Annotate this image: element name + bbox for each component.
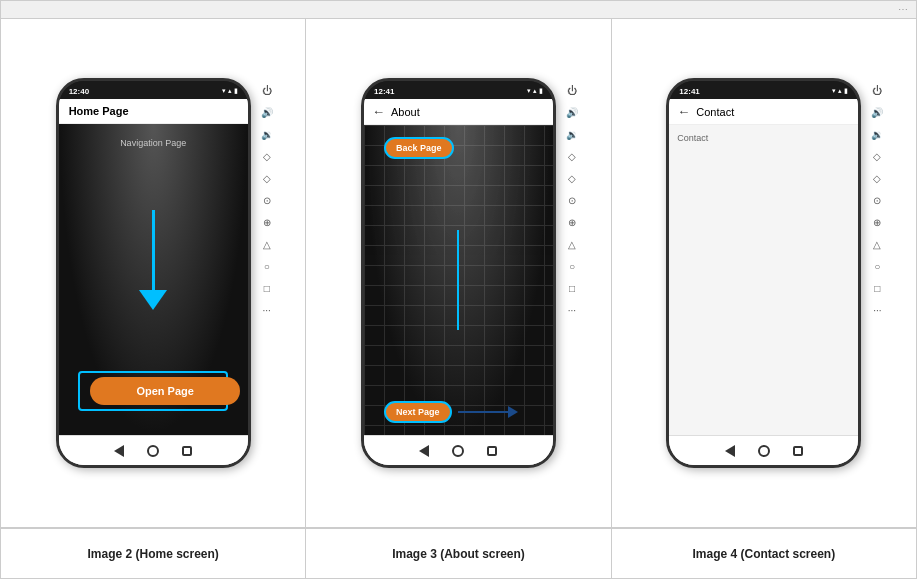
- about-back-nav[interactable]: [417, 444, 431, 458]
- about-screen: ← About Back Page: [364, 99, 553, 465]
- contact-screen: ← Contact Contact: [669, 99, 858, 465]
- about-diamond2-icon[interactable]: ◇: [564, 170, 580, 186]
- contact-more-icon[interactable]: ···: [869, 302, 885, 318]
- about-bottom-section: Next Page: [374, 401, 543, 423]
- contact-signal-icon: ▾: [832, 87, 836, 95]
- about-content: Back Page Next Page: [364, 125, 553, 435]
- contact-camera-icon[interactable]: ⊙: [869, 192, 885, 208]
- contact-time: 12:41: [679, 87, 699, 96]
- contact-square-icon[interactable]: □: [869, 280, 885, 296]
- home-arrow-line: [152, 210, 155, 290]
- home-zoom-icon[interactable]: ⊕: [259, 214, 275, 230]
- about-zoom-icon[interactable]: ⊕: [564, 214, 580, 230]
- contact-vol-up-icon[interactable]: 🔊: [869, 104, 885, 120]
- about-triangle-icon[interactable]: △: [564, 236, 580, 252]
- home-vol-down-icon[interactable]: 🔉: [259, 126, 275, 142]
- home-phone-frame: 12:40 ▾ ▴ ▮ Home Page: [56, 78, 251, 468]
- contact-content-text: Contact: [677, 133, 708, 143]
- home-signal-icon: ▾: [222, 87, 226, 95]
- home-open-page-button[interactable]: Open Page: [90, 377, 240, 405]
- contact-recents-nav[interactable]: [791, 444, 805, 458]
- contact-circle-icon[interactable]: ○: [869, 258, 885, 274]
- about-phone-frame: 12:41 ▾ ▴ ▮ ← About: [361, 78, 556, 468]
- about-time: 12:41: [374, 87, 394, 96]
- contact-diamond1-icon[interactable]: ◇: [869, 148, 885, 164]
- about-status-bar: 12:41 ▾ ▴ ▮: [364, 81, 553, 99]
- home-more-icon[interactable]: ···: [259, 302, 275, 318]
- about-vol-down-icon[interactable]: 🔉: [564, 126, 580, 142]
- contact-phone-frame: 12:41 ▾ ▴ ▮ ← Contact: [666, 78, 861, 468]
- about-panel: 12:41 ▾ ▴ ▮ ← About: [306, 19, 611, 527]
- about-right-toolbar: ⏻ 🔊 🔉 ◇ ◇ ⊙ ⊕ △ ○ □ ···: [560, 78, 584, 318]
- home-camera-icon[interactable]: ⊙: [259, 192, 275, 208]
- home-recents-nav[interactable]: [180, 444, 194, 458]
- caption-row: Image 2 (Home screen) Image 3 (About scr…: [1, 528, 916, 578]
- home-appbar: Home Page: [59, 99, 248, 124]
- home-triangle-icon[interactable]: △: [259, 236, 275, 252]
- about-nav-bar: [364, 435, 553, 465]
- contact-back-nav[interactable]: [723, 444, 737, 458]
- about-next-page-button[interactable]: Next Page: [384, 401, 452, 423]
- contact-battery-icon: ▮: [844, 87, 848, 95]
- home-status-bar: 12:40 ▾ ▴ ▮: [59, 81, 248, 99]
- home-open-btn-outline: Open Page: [78, 371, 228, 411]
- contact-back-arrow-icon[interactable]: ←: [677, 104, 690, 119]
- contact-zoom-icon[interactable]: ⊕: [869, 214, 885, 230]
- home-vol-up-icon[interactable]: 🔊: [259, 104, 275, 120]
- contact-appbar-title: Contact: [696, 106, 734, 118]
- about-more-icon[interactable]: ···: [564, 302, 580, 318]
- caption-home: Image 2 (Home screen): [1, 529, 306, 578]
- home-panel: 12:40 ▾ ▴ ▮ Home Page: [1, 19, 306, 527]
- top-bar: ⋯: [1, 1, 916, 19]
- about-battery-icon: ▮: [539, 87, 543, 95]
- home-arrow-container: [139, 148, 167, 371]
- about-vol-up-icon[interactable]: 🔊: [564, 104, 580, 120]
- about-home-nav[interactable]: [451, 444, 465, 458]
- about-appbar: ← About: [364, 99, 553, 125]
- home-screen: Home Page Navigation Page: [59, 99, 248, 465]
- home-back-nav[interactable]: [112, 444, 126, 458]
- about-status-icons: ▾ ▴ ▮: [527, 87, 543, 95]
- home-wifi-icon: ▴: [228, 87, 232, 95]
- about-wifi-icon: ▴: [533, 87, 537, 95]
- contact-diamond2-icon[interactable]: ◇: [869, 170, 885, 186]
- contact-vol-down-icon[interactable]: 🔉: [869, 126, 885, 142]
- contact-wifi-icon: ▴: [838, 87, 842, 95]
- about-circle-icon[interactable]: ○: [564, 258, 580, 274]
- about-square-icon[interactable]: □: [564, 280, 580, 296]
- about-diamond1-icon[interactable]: ◇: [564, 148, 580, 164]
- contact-status-bar: 12:41 ▾ ▴ ▮: [669, 81, 858, 99]
- about-arrow-line: [458, 411, 508, 413]
- home-right-toolbar: ⏻ 🔊 🔉 ◇ ◇ ⊙ ⊕ △ ○ □ ···: [255, 78, 279, 318]
- about-arrow-head: [508, 406, 518, 418]
- about-recents-nav[interactable]: [485, 444, 499, 458]
- home-home-nav[interactable]: [146, 444, 160, 458]
- contact-right-toolbar: ⏻ 🔊 🔉 ◇ ◇ ⊙ ⊕ △ ○ □ ···: [865, 78, 889, 318]
- about-power-icon[interactable]: ⏻: [564, 82, 580, 98]
- contact-home-nav[interactable]: [757, 444, 771, 458]
- home-content: Navigation Page: [59, 124, 248, 435]
- about-camera-icon[interactable]: ⊙: [564, 192, 580, 208]
- contact-nav-bar: [669, 435, 858, 465]
- home-square-icon[interactable]: □: [259, 280, 275, 296]
- about-line: [457, 230, 459, 330]
- contact-panel: 12:41 ▾ ▴ ▮ ← Contact: [612, 19, 916, 527]
- contact-status-icons: ▾ ▴ ▮: [832, 87, 848, 95]
- screens-row: 12:40 ▾ ▴ ▮ Home Page: [1, 19, 916, 528]
- about-signal-icon: ▾: [527, 87, 531, 95]
- contact-appbar: ← Contact: [669, 99, 858, 125]
- about-appbar-title: About: [391, 106, 420, 118]
- contact-triangle-icon[interactable]: △: [869, 236, 885, 252]
- home-status-icons: ▾ ▴ ▮: [222, 87, 238, 95]
- home-nav-text: Navigation Page: [120, 138, 186, 148]
- home-circle-icon[interactable]: ○: [259, 258, 275, 274]
- contact-power-icon[interactable]: ⏻: [869, 82, 885, 98]
- about-thin-line: [457, 230, 459, 330]
- home-power-icon[interactable]: ⏻: [259, 82, 275, 98]
- home-battery-icon: ▮: [234, 87, 238, 95]
- home-appbar-title: Home Page: [69, 105, 129, 117]
- about-back-page-button[interactable]: Back Page: [384, 137, 454, 159]
- home-diamond2-icon[interactable]: ◇: [259, 170, 275, 186]
- about-back-arrow-icon[interactable]: ←: [372, 104, 385, 119]
- home-diamond1-icon[interactable]: ◇: [259, 148, 275, 164]
